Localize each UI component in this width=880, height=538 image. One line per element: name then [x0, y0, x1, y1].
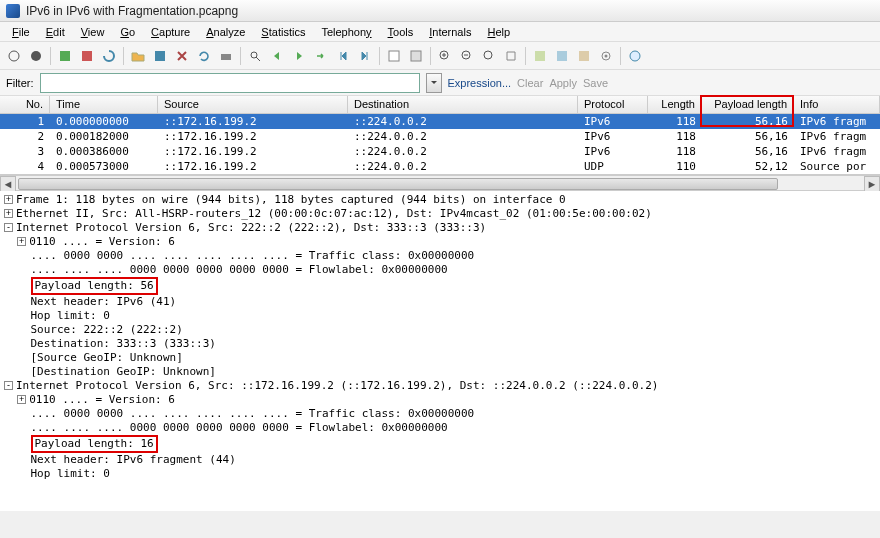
- forward-icon[interactable]: [289, 46, 309, 66]
- cell-plen: 56,16: [702, 144, 794, 159]
- menu-help[interactable]: Help: [479, 24, 518, 40]
- svg-rect-3: [82, 51, 92, 61]
- table-row[interactable]: 20.000182000::172.16.199.2::224.0.0.2IPv…: [0, 129, 880, 144]
- restart-capture-icon[interactable]: [99, 46, 119, 66]
- packet-details[interactable]: +Frame 1: 118 bytes on wire (944 bits), …: [0, 191, 880, 511]
- menu-statistics[interactable]: Statistics: [253, 24, 313, 40]
- menu-edit[interactable]: Edit: [38, 24, 73, 40]
- resize-cols-icon[interactable]: [501, 46, 521, 66]
- ipv6b-fl: .... .... .... 0000 0000 0000 0000 0000 …: [31, 421, 448, 434]
- goto-icon[interactable]: [311, 46, 331, 66]
- cell-no: 1: [0, 114, 50, 129]
- zoom100-icon[interactable]: [479, 46, 499, 66]
- save-icon[interactable]: [150, 46, 170, 66]
- first-icon[interactable]: [333, 46, 353, 66]
- expander-icon[interactable]: +: [4, 209, 13, 218]
- cell-len: 118: [648, 114, 702, 129]
- print-icon[interactable]: [216, 46, 236, 66]
- scroll-thumb[interactable]: [18, 178, 778, 190]
- expander-icon[interactable]: +: [17, 395, 26, 404]
- ipv6a-plen: Payload length: 56: [35, 279, 154, 292]
- svg-point-0: [9, 51, 19, 61]
- filter-dropdown[interactable]: [426, 73, 442, 93]
- col-length[interactable]: Length: [648, 96, 702, 113]
- interfaces-icon[interactable]: [4, 46, 24, 66]
- find-icon[interactable]: [245, 46, 265, 66]
- svg-point-16: [605, 54, 608, 57]
- app-icon: [6, 4, 20, 18]
- colorize-icon[interactable]: [384, 46, 404, 66]
- zoomin-icon[interactable]: [435, 46, 455, 66]
- menu-go[interactable]: Go: [112, 24, 143, 40]
- expander-icon[interactable]: -: [4, 223, 13, 232]
- ipv6a-tc: .... 0000 0000 .... .... .... .... .... …: [31, 249, 475, 262]
- cell-info: IPv6 fragm: [794, 129, 880, 144]
- clear-button[interactable]: Clear: [517, 77, 543, 89]
- table-row[interactable]: 30.000386000::172.16.199.2::224.0.0.2IPv…: [0, 144, 880, 159]
- menu-tools[interactable]: Tools: [380, 24, 422, 40]
- ipv6b-version: 0110 .... = Version: 6: [29, 393, 175, 406]
- cell-len: 118: [648, 129, 702, 144]
- menu-analyze[interactable]: Analyze: [198, 24, 253, 40]
- display-filters-icon[interactable]: [552, 46, 572, 66]
- col-time[interactable]: Time: [50, 96, 158, 113]
- reload-icon[interactable]: [194, 46, 214, 66]
- col-info[interactable]: Info: [794, 96, 880, 113]
- ipv6a-sgeoip: [Source GeoIP: Unknown]: [31, 351, 183, 364]
- table-row[interactable]: 40.000573000::172.16.199.2::224.0.0.2UDP…: [0, 159, 880, 174]
- svg-rect-5: [221, 54, 231, 60]
- filterbar: Filter: Expression... Clear Apply Save: [0, 70, 880, 96]
- coloring-rules-icon[interactable]: [574, 46, 594, 66]
- options-icon[interactable]: [26, 46, 46, 66]
- cell-time: 0.000000000: [50, 114, 158, 129]
- scroll-left-icon[interactable]: ◄: [0, 176, 16, 192]
- ipv6a-hop: Hop limit: 0: [31, 309, 110, 322]
- save-filter-button[interactable]: Save: [583, 77, 608, 89]
- zoomout-icon[interactable]: [457, 46, 477, 66]
- packet-list: No. Time Source Destination Protocol Len…: [0, 96, 880, 175]
- back-icon[interactable]: [267, 46, 287, 66]
- cell-plen: 56,16: [702, 114, 794, 129]
- ipv6a-fl: .... .... .... 0000 0000 0000 0000 0000 …: [31, 263, 448, 276]
- last-icon[interactable]: [355, 46, 375, 66]
- cell-time: 0.000573000: [50, 159, 158, 174]
- expander-icon[interactable]: -: [4, 381, 13, 390]
- autoscroll-icon[interactable]: [406, 46, 426, 66]
- svg-point-17: [630, 51, 640, 61]
- cell-proto: UDP: [578, 159, 648, 174]
- menu-view[interactable]: View: [73, 24, 113, 40]
- help-icon[interactable]: [625, 46, 645, 66]
- expander-icon[interactable]: +: [17, 237, 26, 246]
- cell-proto: IPv6: [578, 144, 648, 159]
- start-capture-icon[interactable]: [55, 46, 75, 66]
- table-row[interactable]: 10.000000000::172.16.199.2::224.0.0.2IPv…: [0, 114, 880, 129]
- cell-len: 118: [648, 144, 702, 159]
- col-no[interactable]: No.: [0, 96, 50, 113]
- ipv6-outer-header: Internet Protocol Version 6, Src: 222::2…: [16, 221, 486, 234]
- col-protocol[interactable]: Protocol: [578, 96, 648, 113]
- menu-internals[interactable]: Internals: [421, 24, 479, 40]
- cell-info: IPv6 fragm: [794, 144, 880, 159]
- menu-telephony[interactable]: Telephony: [313, 24, 379, 40]
- capture-filters-icon[interactable]: [530, 46, 550, 66]
- open-icon[interactable]: [128, 46, 148, 66]
- prefs-icon[interactable]: [596, 46, 616, 66]
- ipv6a-version: 0110 .... = Version: 6: [29, 235, 175, 248]
- filter-input[interactable]: [40, 73, 420, 93]
- expander-icon[interactable]: +: [4, 195, 13, 204]
- menubar: File Edit View Go Capture Analyze Statis…: [0, 22, 880, 42]
- apply-button[interactable]: Apply: [549, 77, 577, 89]
- h-scrollbar[interactable]: ◄ ►: [0, 175, 880, 191]
- expression-button[interactable]: Expression...: [448, 77, 512, 89]
- scroll-right-icon[interactable]: ►: [864, 176, 880, 192]
- cell-dst: ::224.0.0.2: [348, 114, 578, 129]
- ipv6a-dst: Destination: 333::3 (333::3): [31, 337, 216, 350]
- menu-capture[interactable]: Capture: [143, 24, 198, 40]
- stop-capture-icon[interactable]: [77, 46, 97, 66]
- col-source[interactable]: Source: [158, 96, 348, 113]
- menu-file[interactable]: File: [4, 24, 38, 40]
- cell-plen: 56,16: [702, 129, 794, 144]
- close-icon[interactable]: [172, 46, 192, 66]
- col-destination[interactable]: Destination: [348, 96, 578, 113]
- col-payload-length[interactable]: Payload length: [702, 96, 794, 113]
